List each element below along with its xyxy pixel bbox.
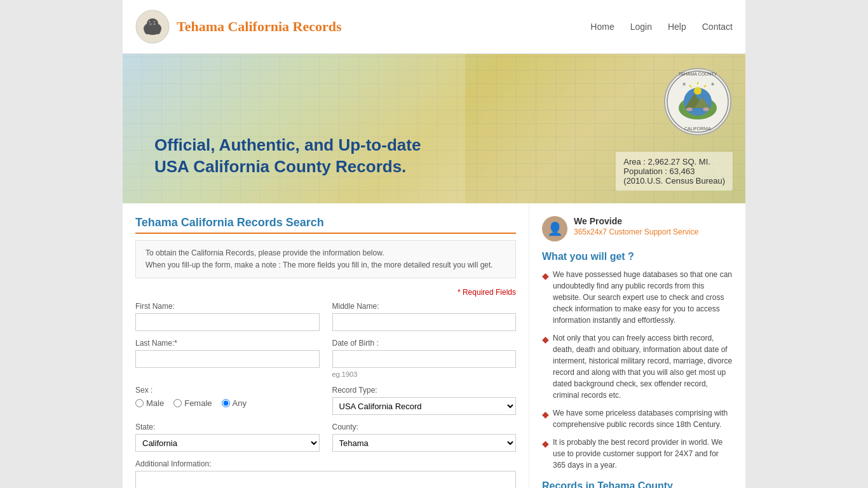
area-label: Area : (623, 157, 646, 166)
support-text: We Provide 365x24x7 Customer Support Ser… (574, 216, 698, 236)
sex-male-radio[interactable] (135, 399, 144, 407)
main-nav: Home Login Help Contact (590, 22, 733, 32)
support-avatar-icon: 👤 (542, 216, 567, 241)
hero-info-box: Area : 2,962.27 SQ. MI. Population : 63,… (616, 152, 733, 191)
dob-hint: eg.1903 (332, 370, 517, 378)
county-label: County: (332, 423, 517, 431)
what-you-get-title: What you will get ? (542, 251, 733, 262)
dob-group: Date of Birth : eg.1903 (332, 339, 517, 378)
area-value: 2,962.27 SQ. MI. (648, 157, 710, 166)
sex-record-row: Sex : Male Female Any (135, 386, 516, 415)
state-select[interactable]: California (135, 434, 320, 452)
census-note: (2010.U.S. Census Bureau) (623, 176, 725, 186)
bullets-container: ◆We have possessed huge databases so tha… (542, 269, 733, 471)
svg-point-17 (694, 87, 702, 95)
sex-any-radio[interactable] (222, 399, 230, 407)
sex-any-option[interactable]: Any (222, 398, 247, 408)
svg-text:TEHAMA COUNTY: TEHAMA COUNTY (679, 72, 717, 76)
additional-info-label: Additional Information: (135, 459, 516, 468)
hero-headline: Official, Authentic, and Up-to-date USA … (154, 135, 440, 178)
svg-point-2 (147, 18, 158, 29)
first-name-label: First Name: (135, 302, 320, 311)
svg-point-25 (686, 107, 693, 111)
record-type-select[interactable]: USA California Record Birth Record Death… (332, 397, 517, 415)
middle-name-input[interactable] (332, 313, 517, 331)
svg-point-6 (154, 20, 156, 22)
dob-label: Date of Birth : (332, 339, 517, 348)
sex-group: Sex : Male Female Any (135, 386, 320, 415)
records-title: Records in Tehama County (542, 480, 733, 488)
svg-text:★: ★ (682, 81, 686, 87)
state-label: State: (135, 423, 320, 431)
sex-male-option[interactable]: Male (135, 398, 164, 408)
bullet-diamond-icon: ◆ (542, 437, 549, 471)
hero-overlay (123, 54, 465, 203)
record-type-label: Record Type: (332, 386, 517, 395)
site-header: Tehama California Records Home Login Hel… (123, 0, 745, 54)
support-subtitle: 365x24x7 Customer Support Service (574, 227, 698, 236)
we-provide-title: We Provide (574, 216, 698, 226)
bullet-item: ◆It is probably the best record provider… (542, 437, 733, 471)
pop-value: 63,463 (670, 166, 695, 176)
middle-name-label: Middle Name: (332, 302, 517, 311)
bullet-diamond-icon: ◆ (542, 408, 549, 430)
bullet-item: ◆We have some priceless databases compri… (542, 407, 733, 430)
last-name-group: Last Name:* (135, 339, 320, 378)
search-section-title: Tehama California Records Search (135, 216, 516, 234)
nav-help[interactable]: Help (668, 22, 686, 32)
sex-female-option[interactable]: Female (173, 398, 212, 408)
sex-options: Male Female Any (135, 398, 320, 408)
additional-info-group: Additional Information: (135, 459, 516, 488)
last-name-label: Last Name:* (135, 339, 320, 348)
svg-text:CALIFORNIA: CALIFORNIA (684, 126, 711, 131)
county-group: County: Tehama (332, 423, 517, 452)
state-county-row: State: California County: Tehama (135, 423, 516, 452)
record-type-group: Record Type: USA California Record Birth… (332, 386, 517, 415)
nav-login[interactable]: Login (630, 22, 652, 32)
svg-point-7 (149, 23, 152, 25)
bear-logo-icon (135, 10, 170, 44)
svg-point-26 (703, 107, 709, 111)
bullet-item: ◆We have possessed huge databases so tha… (542, 269, 733, 326)
sex-female-radio[interactable] (173, 399, 182, 407)
bullet-diamond-icon: ◆ (542, 269, 549, 326)
tehama-county-seal: ★ ★ TEHAMA COUNTY CALIFORNIA (663, 67, 733, 137)
bullet-diamond-icon: ◆ (542, 333, 549, 401)
middle-name-group: Middle Name: (332, 302, 517, 331)
first-name-input[interactable] (135, 313, 320, 331)
county-select[interactable]: Tehama (332, 434, 517, 452)
site-title: Tehama California Records (177, 18, 342, 35)
name-row: First Name: Middle Name: (135, 302, 516, 331)
sex-label: Sex : (135, 386, 320, 395)
last-name-input[interactable] (135, 350, 320, 368)
nav-home[interactable]: Home (590, 22, 614, 32)
first-name-group: First Name: (135, 302, 320, 331)
intro-line1: To obtain the California Records, please… (146, 247, 506, 259)
support-box: 👤 We Provide 365x24x7 Customer Support S… (542, 216, 733, 241)
dob-input[interactable] (332, 350, 517, 368)
last-dob-row: Last Name:* Date of Birth : eg.1903 (135, 339, 516, 378)
form-intro: To obtain the California Records, please… (135, 240, 516, 278)
pop-label: Population : (623, 166, 667, 176)
left-panel: Tehama California Records Search To obta… (123, 203, 529, 488)
svg-point-8 (153, 23, 156, 25)
logo-area: Tehama California Records (135, 10, 342, 44)
nav-contact[interactable]: Contact (702, 22, 733, 32)
state-group: State: California (135, 423, 320, 452)
additional-info-textarea[interactable] (135, 471, 516, 488)
right-panel: 👤 We Provide 365x24x7 Customer Support S… (529, 203, 745, 488)
intro-line2: When you fill-up the form, make a note :… (146, 259, 506, 271)
svg-text:★: ★ (710, 81, 715, 87)
svg-point-5 (149, 20, 151, 22)
content-area: Tehama California Records Search To obta… (123, 203, 745, 488)
hero-banner: Official, Authentic, and Up-to-date USA … (123, 54, 745, 203)
bullet-item: ◆Not only that you can freely access bir… (542, 332, 733, 401)
required-note: * Required Fields (135, 288, 516, 297)
